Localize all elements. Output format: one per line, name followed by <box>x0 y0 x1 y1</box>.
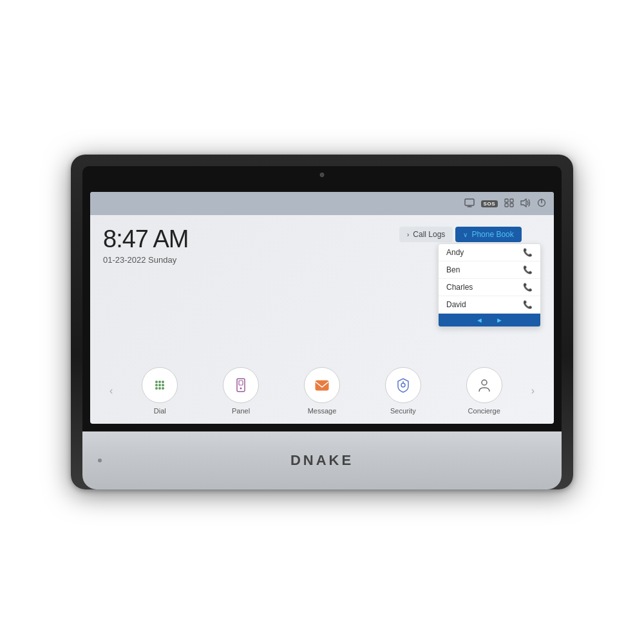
svg-point-25 <box>482 380 487 385</box>
app-item-panel[interactable]: Panel <box>223 367 259 415</box>
call-icon-ben: 📞 <box>523 265 533 274</box>
app-item-dial[interactable]: Dial <box>142 367 178 415</box>
svg-point-23 <box>401 383 405 387</box>
svg-point-16 <box>155 387 158 390</box>
contact-david[interactable]: David 📞 <box>439 296 540 314</box>
svg-point-12 <box>162 381 164 383</box>
contact-ben[interactable]: Ben 📞 <box>439 261 540 279</box>
svg-rect-20 <box>239 381 243 385</box>
security-label: Security <box>390 407 416 415</box>
svg-point-10 <box>155 381 158 383</box>
screen-bezel: SOS <box>82 166 562 431</box>
menu-icon[interactable] <box>504 198 514 209</box>
dial-icon-circle <box>142 367 178 403</box>
svg-rect-3 <box>505 199 508 202</box>
brand-dot <box>98 459 102 462</box>
call-icon-david: 📞 <box>523 300 533 309</box>
call-logs-label: Call Logs <box>413 230 445 239</box>
clock-section: 8:47 AM 01-23-2022 Sunday <box>103 227 386 265</box>
app-item-concierge[interactable]: Concierge <box>466 367 502 415</box>
message-icon-circle <box>304 367 340 403</box>
panel-icon-circle <box>223 367 259 403</box>
chevron-down-icon: ∨ <box>463 231 468 238</box>
svg-rect-4 <box>510 199 513 202</box>
security-icon-circle <box>385 367 421 403</box>
bottom-panel: DNAKE <box>82 431 562 489</box>
contact-name-andy: Andy <box>446 248 464 257</box>
camera <box>320 173 325 177</box>
concierge-label: Concierge <box>468 407 500 415</box>
phone-book-label: Phone Book <box>471 230 513 239</box>
contact-name-david: David <box>446 300 466 309</box>
contact-name-ben: Ben <box>446 265 460 274</box>
svg-rect-22 <box>316 381 328 390</box>
date-display: 01-23-2022 Sunday <box>103 255 386 265</box>
dropdown-area: › Call Logs ∨ Phone Book <box>399 227 541 327</box>
contact-andy[interactable]: Andy 📞 <box>439 244 540 261</box>
dial-label: Dial <box>154 407 166 415</box>
app-icons-row: Dial Panel <box>119 367 524 415</box>
app-item-message[interactable]: Message <box>304 367 340 415</box>
panel-label: Panel <box>232 407 250 415</box>
brand-name: DNAKE <box>290 452 354 469</box>
sos-icon[interactable]: SOS <box>481 200 498 207</box>
svg-point-18 <box>162 387 164 390</box>
contact-charles[interactable]: Charles 📞 <box>439 279 540 296</box>
pagination-row: ◄ ► <box>439 314 540 327</box>
volume-icon[interactable] <box>520 198 531 209</box>
svg-point-14 <box>158 384 161 386</box>
phone-book-button[interactable]: ∨ Phone Book <box>455 227 521 242</box>
dropdown-row: › Call Logs ∨ Phone Book <box>399 227 541 242</box>
phonebook-dropdown: Andy 📞 Ben 📞 Charles 📞 <box>438 243 541 327</box>
status-bar: SOS <box>90 192 554 215</box>
svg-rect-5 <box>505 204 508 207</box>
chevron-right-icon: › <box>407 231 409 238</box>
nav-prev-arrow[interactable]: ‹ <box>103 385 119 397</box>
contact-name-charles: Charles <box>446 283 473 292</box>
svg-point-17 <box>158 387 161 390</box>
svg-point-11 <box>158 381 161 383</box>
monitor-icon[interactable] <box>464 198 475 209</box>
svg-point-13 <box>155 384 158 386</box>
nav-next-arrow[interactable]: › <box>525 385 541 397</box>
call-icon-andy: 📞 <box>523 248 533 257</box>
bottom-section: ‹ <box>90 361 554 424</box>
svg-marker-7 <box>521 199 526 207</box>
app-item-security[interactable]: Security <box>385 367 421 415</box>
svg-point-15 <box>162 384 164 386</box>
call-icon-charles: 📞 <box>523 283 533 292</box>
main-content: 8:47 AM 01-23-2022 Sunday › Call Logs <box>90 215 554 424</box>
message-label: Message <box>308 407 337 415</box>
call-logs-button[interactable]: › Call Logs <box>399 227 453 242</box>
time-display: 8:47 AM <box>103 227 386 251</box>
top-section: 8:47 AM 01-23-2022 Sunday › Call Logs <box>90 215 554 334</box>
svg-point-21 <box>240 388 242 390</box>
svg-rect-0 <box>465 199 474 205</box>
device-shell: SOS <box>71 155 573 489</box>
screen: SOS <box>90 192 554 424</box>
page-prev-arrow[interactable]: ◄ <box>476 316 483 324</box>
svg-rect-6 <box>510 204 513 207</box>
power-icon[interactable] <box>537 198 546 209</box>
concierge-icon-circle <box>466 367 502 403</box>
page-next-arrow[interactable]: ► <box>496 316 503 324</box>
